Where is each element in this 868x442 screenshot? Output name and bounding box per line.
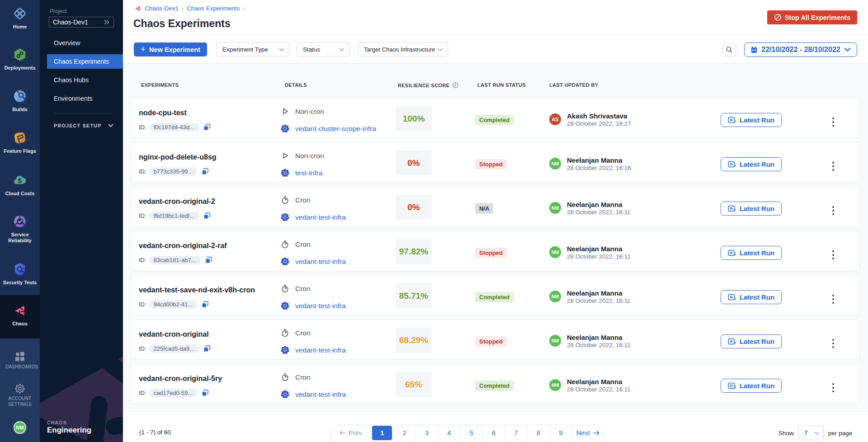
pagination-page-8[interactable]: 8 [527, 425, 549, 442]
status-badge: Stopped [475, 248, 507, 258]
pagination-page-4[interactable]: 4 [438, 425, 460, 442]
schedule-type-text: Non-cron [295, 152, 324, 160]
experiment-id-label: ID: [139, 212, 146, 219]
copy-icon[interactable] [201, 389, 209, 397]
module-nav-item-deployments[interactable]: Deployments [0, 47, 40, 71]
last-updated-by-name: Neelanjan Manna [567, 201, 623, 208]
row-menu-kebab-icon[interactable] [830, 249, 837, 261]
latest-run-label: Latest Run [740, 205, 775, 212]
sidebar-item-chaos-hubs[interactable]: Chaos Hubs [47, 73, 123, 87]
chevron-down-icon [339, 48, 344, 52]
project-setup-section[interactable]: PROJECT SETUP [54, 123, 113, 128]
stop-all-experiments-button[interactable]: Stop All Experiments [767, 10, 857, 24]
module-nav-item-account-settings[interactable]: ACCOUNT SETTINGS [0, 384, 40, 407]
toolbar: + New Experiment Experiment Type Status … [123, 34, 868, 64]
last-updated-by-name: Neelanjan Manna [567, 334, 623, 341]
date-range-label: 22/10/2022 - 28/10/2022 [761, 46, 840, 54]
pagination-page-6[interactable]: 6 [482, 425, 505, 442]
page-size-select[interactable]: 7 [798, 426, 824, 440]
copy-icon[interactable] [205, 256, 212, 264]
sidebar-item-environments[interactable]: Environments [47, 91, 123, 106]
row-menu-kebab-icon[interactable] [830, 382, 837, 394]
module-nav-item-dashboards[interactable]: DASHBOARDS [0, 351, 40, 370]
experiment-id-value: 225fcad5-da9... [149, 344, 199, 353]
module-nav-item-chaos[interactable]: Chaos [0, 295, 40, 339]
date-range-picker[interactable]: 22/10/2022 - 28/10/2022 [744, 42, 857, 57]
pagination-page-3[interactable]: 3 [415, 425, 438, 442]
module-nav-item-cloud-costs[interactable]: $Cloud Costs [0, 173, 40, 197]
latest-run-button[interactable]: Latest Run [721, 246, 782, 260]
chaos-infrastructure-link[interactable]: test-infra [295, 169, 322, 177]
copy-icon[interactable] [203, 123, 211, 131]
pagination-page-1[interactable]: 1 [371, 425, 393, 442]
status-badge: N/A [475, 203, 493, 214]
chaos-infrastructure-link[interactable]: vedant-test-infra [295, 213, 346, 221]
experiment-name: vedant-cron-original-2-raf [139, 242, 227, 250]
copy-icon[interactable] [203, 345, 211, 353]
avatar: NM [549, 202, 561, 214]
resilience-score: 0% [396, 195, 432, 220]
chevron-double-right-icon[interactable] [104, 19, 110, 25]
pagination-page-9[interactable]: 9 [549, 425, 571, 442]
latest-run-button[interactable]: Latest Run [721, 202, 782, 216]
experiments-table: EXPERIMENTS DETAILS RESILIENCE SCORE LAS… [123, 64, 868, 411]
pagination-next-button[interactable]: Next [572, 425, 604, 442]
pagination-prev-button[interactable]: Prev [331, 425, 371, 442]
chaos-infrastructure-link[interactable]: vedant-test-infra [295, 302, 346, 310]
schedule-type-text: Cron [295, 373, 311, 381]
user-avatar[interactable]: NM [14, 421, 26, 434]
row-menu-kebab-icon[interactable] [830, 338, 837, 349]
avatar: NM [549, 158, 561, 169]
module-nav-label: DASHBOARDS [5, 364, 34, 370]
sidebar-footer-title: Engineering [47, 426, 91, 435]
prohibited-icon [774, 14, 782, 21]
stop-all-experiments-label: Stop All Experiments [785, 14, 850, 21]
latest-run-button[interactable]: Latest Run [721, 113, 782, 127]
builds-icon [13, 89, 27, 103]
play-outline-icon [281, 107, 289, 116]
latest-run-button[interactable]: Latest Run [721, 379, 782, 393]
row-menu-kebab-icon[interactable] [830, 205, 837, 216]
copy-icon[interactable] [203, 212, 211, 220]
latest-run-button[interactable]: Latest Run [721, 157, 782, 171]
module-nav-item-service-reliability[interactable]: Service Reliability [0, 214, 40, 244]
new-experiment-button[interactable]: + New Experiment [134, 42, 207, 56]
experiment-id-label: ID: [139, 390, 146, 396]
column-header-resilience-score: RESILIENCE SCORE [398, 82, 458, 88]
row-menu-kebab-icon[interactable] [830, 116, 837, 128]
chaos-infrastructure-link[interactable]: vedant-cluster-scope-infra [295, 125, 376, 133]
project-selector[interactable]: Chaos-Dev1 [49, 17, 114, 28]
module-nav-item-home[interactable]: Home [0, 6, 40, 30]
pagination-page-5[interactable]: 5 [460, 425, 482, 442]
arrow-left-icon [340, 431, 346, 435]
sidebar-item-chaos-experiments[interactable]: Chaos Experiments [47, 54, 123, 69]
chaos-infrastructure-link[interactable]: vedant-test-infra [295, 258, 346, 266]
copy-icon[interactable] [201, 168, 209, 175]
sidebar-item-overview[interactable]: Overview [47, 36, 123, 50]
row-menu-kebab-icon[interactable] [830, 160, 837, 172]
chaos-infrastructure-icon [281, 257, 289, 266]
calendar-icon [750, 46, 758, 53]
row-menu-kebab-icon[interactable] [830, 293, 837, 305]
breadcrumb-page-link[interactable]: Chaos Experiments [187, 5, 240, 12]
copy-icon[interactable] [201, 301, 209, 308]
search-button[interactable] [722, 43, 736, 56]
pagination-page-2[interactable]: 2 [393, 425, 415, 442]
target-chaos-infrastructure-filter[interactable]: Target Chaos Infrastructure [358, 42, 448, 56]
module-sidebar: HomeDeploymentsBuildsFeature Flags$Cloud… [0, 0, 40, 442]
pagination-page-7[interactable]: 7 [505, 425, 527, 442]
info-icon[interactable] [453, 82, 458, 88]
breadcrumb-project-link[interactable]: Chaos-Dev1 [145, 5, 179, 12]
status-filter[interactable]: Status [297, 42, 350, 56]
module-nav-item-security-tests[interactable]: Security Tests [0, 262, 40, 286]
chaos-infrastructure-link[interactable]: vedant-test-infra [295, 390, 346, 399]
cron-schedule-icon [281, 284, 289, 293]
experiment-type-filter[interactable]: Experiment Type [216, 42, 290, 56]
chaos-infrastructure-link[interactable]: vedant-test-infra [295, 346, 346, 354]
latest-run-button[interactable]: Latest Run [721, 334, 782, 348]
module-nav-item-builds[interactable]: Builds [0, 89, 40, 113]
experiment-type-filter-label: Experiment Type [222, 46, 268, 53]
module-nav-item-feature-flags[interactable]: Feature Flags [0, 131, 40, 154]
breadcrumb: Chaos-Dev1 › Chaos Experiments › [134, 5, 245, 12]
latest-run-button[interactable]: Latest Run [721, 290, 782, 304]
